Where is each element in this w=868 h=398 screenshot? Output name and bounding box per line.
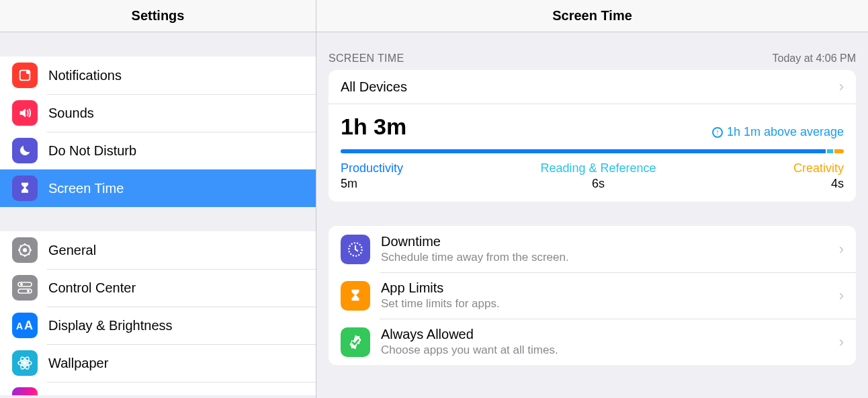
sidebar-item-screen-time[interactable]: Screen Time bbox=[0, 169, 316, 207]
delta-from-average: ↑ 1h 1m above average bbox=[712, 125, 844, 139]
category-reading: Reading & Reference 6s bbox=[540, 161, 656, 191]
text-size-icon: AA bbox=[12, 313, 38, 338]
sidebar-item-control-center[interactable]: Control Center bbox=[0, 269, 316, 307]
sidebar-title: Settings bbox=[0, 0, 316, 32]
options-list: Downtime Schedule time away from the scr… bbox=[329, 226, 856, 365]
sidebar-group-1: Notifications Sounds Do Not Disturb Scre… bbox=[0, 56, 316, 207]
sidebar-item-sounds[interactable]: Sounds bbox=[0, 94, 316, 132]
sidebar-item-label: Display & Brightness bbox=[48, 318, 173, 333]
svg-line-11 bbox=[28, 245, 30, 247]
svg-text:A: A bbox=[24, 319, 33, 332]
chevron-right-icon: › bbox=[839, 241, 844, 258]
row-title: Downtime bbox=[381, 234, 839, 249]
svg-point-1 bbox=[26, 71, 30, 75]
row-title: App Limits bbox=[381, 280, 839, 296]
section-header: Screen Time Today at 4:06 PM bbox=[316, 32, 868, 70]
sounds-icon bbox=[12, 100, 38, 126]
row-subtitle: Set time limits for apps. bbox=[381, 297, 839, 311]
chevron-right-icon: › bbox=[839, 333, 844, 351]
detail-title: Screen Time bbox=[316, 0, 868, 32]
header: Settings Screen Time bbox=[0, 0, 868, 32]
usage-bar bbox=[341, 149, 844, 153]
gear-icon bbox=[12, 237, 38, 263]
body: Notifications Sounds Do Not Disturb Scre… bbox=[0, 32, 868, 398]
sidebar-item-label: Notifications bbox=[48, 68, 122, 83]
sidebar-item-label: Screen Time bbox=[48, 181, 124, 196]
sidebar-group-2: General Control Center AA Display & Brig… bbox=[0, 231, 316, 395]
toggles-icon bbox=[12, 275, 38, 301]
chevron-right-icon: › bbox=[839, 287, 844, 305]
sidebar-item-do-not-disturb[interactable]: Do Not Disturb bbox=[0, 132, 316, 169]
svg-text:A: A bbox=[16, 321, 23, 331]
row-title: Always Allowed bbox=[381, 327, 839, 342]
usage-summary: 1h 3m ↑ 1h 1m above average Productivity bbox=[329, 104, 856, 202]
sidebar-item-notifications[interactable]: Notifications bbox=[0, 56, 316, 94]
clock-icon bbox=[341, 235, 370, 264]
svg-line-9 bbox=[28, 253, 30, 255]
arrow-up-icon: ↑ bbox=[712, 127, 723, 138]
sidebar-item-label: Do Not Disturb bbox=[48, 143, 136, 159]
total-time: 1h 3m bbox=[341, 114, 406, 140]
section-timestamp: Today at 4:06 PM bbox=[772, 52, 856, 65]
sidebar-item-label: Wallpaper bbox=[48, 356, 108, 371]
siri-icon bbox=[12, 387, 38, 395]
chevron-right-icon: › bbox=[839, 78, 844, 95]
svg-line-10 bbox=[20, 253, 21, 255]
svg-point-15 bbox=[27, 290, 30, 292]
svg-point-13 bbox=[20, 283, 23, 286]
row-subtitle: Choose apps you want at all times. bbox=[381, 344, 839, 357]
hourglass-icon bbox=[341, 281, 370, 311]
detail-pane: Screen Time Today at 4:06 PM All Devices… bbox=[316, 32, 868, 398]
row-downtime[interactable]: Downtime Schedule time away from the scr… bbox=[329, 226, 856, 272]
category-breakdown: Productivity 5m Reading & Reference 6s C… bbox=[341, 161, 844, 191]
sidebar-item-wallpaper[interactable]: Wallpaper bbox=[0, 344, 316, 382]
sidebar-item-label: Sounds bbox=[48, 106, 94, 121]
checkmark-badge-icon bbox=[341, 327, 370, 357]
row-always-allowed[interactable]: Always Allowed Choose apps you want at a… bbox=[329, 319, 856, 365]
row-subtitle: Schedule time away from the screen. bbox=[381, 251, 839, 264]
row-app-limits[interactable]: App Limits Set time limits for apps. › bbox=[329, 272, 856, 319]
hourglass-icon bbox=[12, 175, 38, 201]
sidebar-item-next[interactable] bbox=[0, 382, 316, 395]
sidebar-item-display-brightness[interactable]: AA Display & Brightness bbox=[0, 307, 316, 344]
category-creativity: Creativity 4s bbox=[793, 161, 844, 191]
category-productivity: Productivity 5m bbox=[341, 161, 403, 191]
flower-icon bbox=[12, 350, 38, 376]
sidebar: Notifications Sounds Do Not Disturb Scre… bbox=[0, 32, 316, 398]
svg-point-18 bbox=[23, 361, 27, 365]
svg-line-8 bbox=[20, 245, 21, 247]
usage-card: All Devices › 1h 3m ↑ 1h 1m above averag… bbox=[329, 70, 856, 202]
sidebar-item-label: Control Center bbox=[48, 280, 136, 296]
svg-point-3 bbox=[23, 248, 27, 252]
sidebar-item-label: General bbox=[48, 243, 96, 258]
moon-icon bbox=[12, 138, 38, 163]
notifications-icon bbox=[12, 63, 38, 88]
all-devices-label: All Devices bbox=[341, 79, 407, 95]
section-title: Screen Time bbox=[329, 52, 404, 65]
sidebar-item-general[interactable]: General bbox=[0, 231, 316, 269]
all-devices-row[interactable]: All Devices › bbox=[329, 70, 856, 104]
